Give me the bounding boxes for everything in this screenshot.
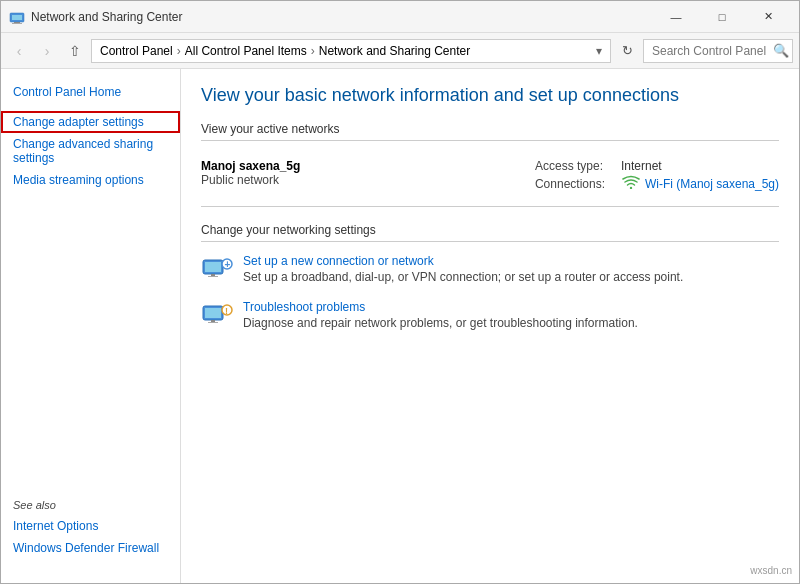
sidebar-item-media[interactable]: Media streaming options — [1, 169, 180, 191]
breadcrumb-item-controlpanel[interactable]: Control Panel — [100, 44, 173, 58]
breadcrumb-item-current: Network and Sharing Center — [319, 44, 470, 58]
network-name: Manoj saxena_5g — [201, 159, 300, 173]
svg-rect-14 — [208, 322, 218, 323]
maximize-button[interactable]: □ — [699, 1, 745, 33]
access-type-label: Access type: — [535, 159, 615, 173]
address-path: Control Panel › All Control Panel Items … — [91, 39, 611, 63]
network-type: Public network — [201, 173, 300, 187]
network-card: Manoj saxena_5g Public network Access ty… — [201, 149, 779, 207]
troubleshoot-link[interactable]: Troubleshoot problems — [243, 300, 638, 314]
svg-point-4 — [630, 187, 632, 189]
access-type-value: Internet — [621, 159, 662, 173]
new-connection-link[interactable]: Set up a new connection or network — [243, 254, 683, 268]
window-title: Network and Sharing Center — [31, 10, 653, 24]
close-button[interactable]: ✕ — [745, 1, 791, 33]
back-button[interactable]: ‹ — [7, 39, 31, 63]
sidebar-item-internet-options[interactable]: Internet Options — [1, 515, 180, 537]
search-button[interactable]: 🔍 — [773, 43, 789, 58]
new-connection-item: + Set up a new connection or network Set… — [201, 254, 779, 286]
new-connection-icon: + — [201, 254, 233, 286]
breadcrumb-item-allitems[interactable]: All Control Panel Items — [185, 44, 307, 58]
svg-rect-3 — [12, 23, 22, 24]
change-networking-label: Change your networking settings — [201, 223, 779, 242]
up-button[interactable]: ⇧ — [63, 39, 87, 63]
sidebar-item-adapter[interactable]: Change adapter settings — [1, 111, 180, 133]
svg-rect-7 — [211, 274, 215, 276]
refresh-button[interactable]: ↻ — [615, 39, 639, 63]
svg-rect-1 — [12, 15, 22, 20]
window-icon — [9, 9, 25, 25]
sidebar-item-firewall[interactable]: Windows Defender Firewall — [1, 537, 180, 559]
svg-rect-8 — [208, 276, 218, 277]
sidebar: Control Panel Home Change adapter settin… — [1, 69, 181, 583]
minimize-button[interactable]: — — [653, 1, 699, 33]
wifi-icon — [621, 175, 641, 192]
sidebar-item-advanced[interactable]: Change advanced sharing settings — [1, 133, 180, 169]
page-title: View your basic network information and … — [201, 85, 779, 106]
connections-value[interactable]: Wi-Fi (Manoj saxena_5g) — [645, 177, 779, 191]
see-also-label: See also — [1, 491, 180, 515]
forward-button[interactable]: › — [35, 39, 59, 63]
svg-rect-2 — [14, 22, 20, 23]
svg-rect-6 — [205, 262, 221, 272]
svg-rect-13 — [211, 320, 215, 322]
active-networks-label: View your active networks — [201, 122, 779, 141]
troubleshoot-item: ! Troubleshoot problems Diagnose and rep… — [201, 300, 779, 332]
search-input[interactable] — [643, 39, 793, 63]
svg-text:!: ! — [225, 306, 228, 316]
breadcrumb-dropdown[interactable]: ▾ — [596, 44, 602, 58]
sidebar-item-home[interactable]: Control Panel Home — [1, 81, 180, 103]
troubleshoot-desc: Diagnose and repair network problems, or… — [243, 316, 638, 330]
svg-text:+: + — [225, 259, 231, 270]
new-connection-desc: Set up a broadband, dial-up, or VPN conn… — [243, 270, 683, 284]
main-content: View your basic network information and … — [181, 69, 799, 583]
troubleshoot-icon: ! — [201, 300, 233, 332]
connections-label: Connections: — [535, 177, 615, 191]
svg-rect-12 — [205, 308, 221, 318]
